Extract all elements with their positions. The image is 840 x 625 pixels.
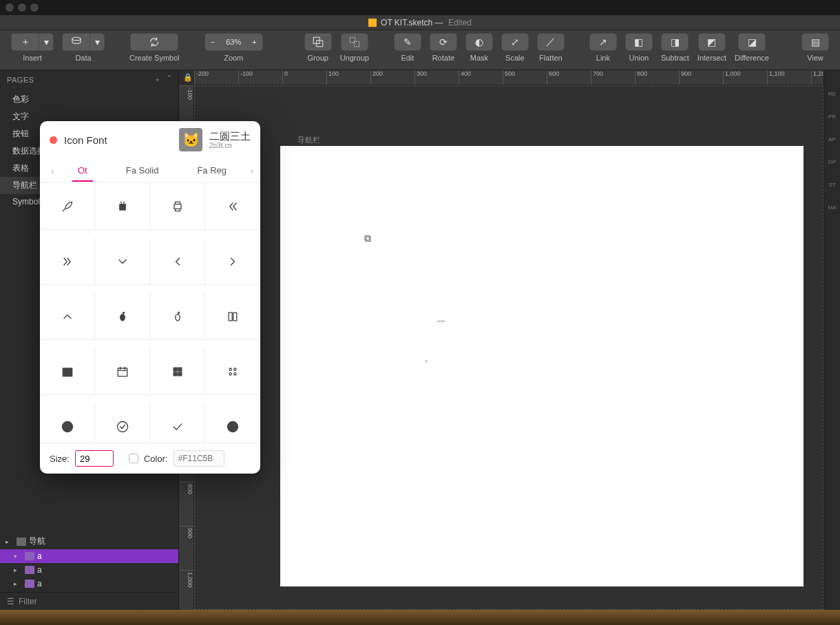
icon-cell-double-left[interactable] xyxy=(205,183,260,230)
canvas-placed-icon[interactable]: 〰 xyxy=(437,317,445,326)
inspector-section-hint: RE xyxy=(828,91,836,97)
data-button[interactable] xyxy=(62,33,90,51)
icon-cell-grid-4-filled[interactable] xyxy=(150,348,205,395)
icon-grid-scroll[interactable] xyxy=(40,183,260,443)
icon-cell-check[interactable] xyxy=(150,403,205,443)
view-button[interactable]: ▤ xyxy=(801,33,829,51)
edit-button[interactable]: ✎ xyxy=(394,33,421,51)
mask-button[interactable]: ◐ xyxy=(465,33,493,51)
ungroup-button[interactable] xyxy=(341,33,368,51)
subtract-button[interactable]: ◨ xyxy=(661,33,689,51)
union-button[interactable]: ◧ xyxy=(625,33,653,51)
canvas[interactable]: 🔒 -200-10001002003004005006007008009001,… xyxy=(179,70,823,610)
folder-icon xyxy=(25,580,34,588)
plugin-author-info: 二圆三土 2o3t.cn xyxy=(209,130,251,150)
zoom-control[interactable]: − 63% + xyxy=(204,33,263,51)
icon-cell-check-circle-filled[interactable] xyxy=(40,403,95,443)
layer-row[interactable]: ▸a xyxy=(0,577,178,591)
canvas-placed-icon[interactable]: › xyxy=(425,357,428,365)
disclosure-icon[interactable]: ▸ xyxy=(6,538,14,545)
double-left-icon xyxy=(226,200,240,213)
watch-icon xyxy=(171,200,185,213)
plugin-titlebar[interactable]: Icon Font 🐱 二圆三土 2o3t.cn xyxy=(40,121,260,158)
icon-cell-calendar-outline[interactable] xyxy=(95,348,150,395)
insert-button[interactable]: ＋ xyxy=(11,33,39,51)
filter-input[interactable]: Filter xyxy=(19,597,37,606)
zoom-value[interactable]: 63% xyxy=(220,38,246,46)
artboard[interactable]: ⧉ 〰 › xyxy=(280,146,804,586)
layer-row[interactable]: ▾a xyxy=(0,549,178,563)
artboard-icon xyxy=(17,538,26,546)
book-icon xyxy=(226,310,240,324)
layer-row[interactable]: ▸a xyxy=(0,563,178,577)
icon-cell-check-circle-outline[interactable] xyxy=(95,403,150,443)
disclosure-icon[interactable]: ▸ xyxy=(14,580,22,587)
difference-label: Difference xyxy=(735,54,769,62)
icon-cell-chevron-right[interactable] xyxy=(205,238,260,285)
filter-icon: ☰ xyxy=(7,597,14,606)
insert-label: Insert xyxy=(23,54,42,62)
icon-font-plugin-window[interactable]: Icon Font 🐱 二圆三土 2o3t.cn ‹ OtFa SolidFa … xyxy=(40,121,260,474)
zoom-in-button[interactable]: + xyxy=(246,38,262,46)
icon-cell-x-circle-filled[interactable] xyxy=(205,403,260,443)
zoom-out-button[interactable]: − xyxy=(205,38,220,46)
artboard-layer-row[interactable]: ▸ 导航 xyxy=(0,533,178,549)
inspector-section-hint: OP xyxy=(828,159,837,165)
chevron-down-icon xyxy=(116,255,129,268)
plugin-tab[interactable]: Ot xyxy=(75,160,90,181)
close-button[interactable] xyxy=(50,136,57,144)
flatten-label: Flatten xyxy=(539,54,563,62)
mac-dock-strip xyxy=(0,610,840,625)
size-input[interactable] xyxy=(75,450,114,467)
insert-menu-caret[interactable]: ▾ xyxy=(39,33,54,51)
add-page-button[interactable]: ＋ xyxy=(154,74,162,85)
icon-cell-chevron-down[interactable] xyxy=(95,238,150,285)
horizontal-ruler: -200-10001002003004005006007008009001,00… xyxy=(194,70,823,85)
union-label: Union xyxy=(629,54,649,62)
page-item[interactable]: 色彩 xyxy=(0,91,178,108)
icon-cell-calendar-filled[interactable] xyxy=(40,348,95,395)
icon-cell-chevron-left[interactable] xyxy=(150,238,205,285)
color-input[interactable] xyxy=(174,450,224,467)
mask-label: Mask xyxy=(470,54,488,62)
tabs-next-button[interactable]: › xyxy=(249,165,255,176)
artboard-label[interactable]: 导航栏 xyxy=(297,135,320,145)
filter-bar: ☰ Filter xyxy=(0,592,178,610)
icon-cell-double-right[interactable] xyxy=(40,238,95,285)
data-tool: ▾ Data xyxy=(58,33,109,70)
folder-icon xyxy=(25,552,34,560)
icon-cell-android[interactable] xyxy=(95,183,150,230)
icon-cell-book[interactable] xyxy=(205,293,260,340)
disclosure-icon[interactable]: ▾ xyxy=(14,553,22,560)
create-symbol-button[interactable] xyxy=(130,33,178,51)
tabs-prev-button[interactable]: ‹ xyxy=(50,165,56,176)
flatten-button[interactable]: ／ xyxy=(537,33,565,51)
plugin-tab[interactable]: Fa Reg xyxy=(194,160,229,181)
icon-cell-watch[interactable] xyxy=(150,183,205,230)
difference-button[interactable]: ◪ xyxy=(738,33,766,51)
data-menu-caret[interactable]: ▾ xyxy=(90,33,105,51)
intersect-button[interactable]: ◩ xyxy=(698,33,726,51)
group-button[interactable] xyxy=(304,33,332,51)
inspector-section-hint: AP xyxy=(828,136,836,142)
apple-filled-icon xyxy=(116,310,129,324)
link-label: Link xyxy=(596,54,610,62)
zoom-label: Zoom xyxy=(224,54,243,62)
plugin-author-avatar: 🐱 xyxy=(179,128,202,151)
icon-cell-apple-outline[interactable] xyxy=(150,293,205,340)
plugin-tab[interactable]: Fa Solid xyxy=(123,160,162,181)
check-circle-outline-icon xyxy=(116,420,129,434)
icon-cell-feather[interactable] xyxy=(40,183,95,230)
canvas-placed-icon[interactable]: ⧉ xyxy=(364,233,371,244)
disclosure-icon[interactable]: ▸ xyxy=(14,566,22,573)
icon-cell-chevron-up[interactable] xyxy=(40,293,95,340)
collapse-pages-button[interactable]: ˄ xyxy=(167,74,172,85)
rotate-button[interactable]: ⟳ xyxy=(430,33,457,51)
color-enable-checkbox[interactable] xyxy=(129,454,138,463)
icon-cell-grid-4-outline[interactable] xyxy=(205,348,260,395)
main-toolbar: ＋ ▾ Insert ▾ Data Create Symbol − xyxy=(0,30,840,70)
icon-cell-apple-filled[interactable] xyxy=(95,293,150,340)
scale-button[interactable]: ⤢ xyxy=(501,33,529,51)
lock-icon[interactable]: 🔒 xyxy=(183,73,193,82)
link-button[interactable]: ↗ xyxy=(589,33,617,51)
